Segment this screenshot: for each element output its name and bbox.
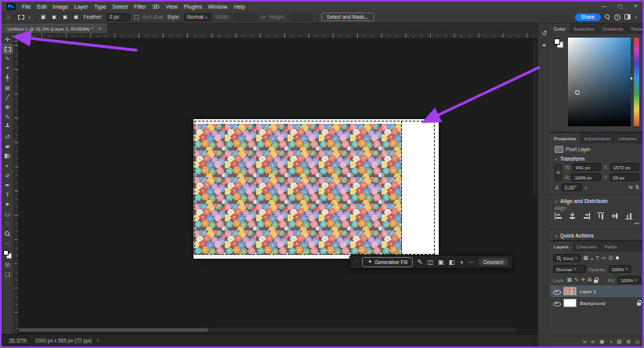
align-right-icon[interactable] — [583, 212, 590, 219]
transform-section-header[interactable]: ∨ Transform — [555, 156, 639, 161]
active-tool-icon[interactable] — [18, 15, 24, 20]
add-mask-icon[interactable]: ▣ — [438, 259, 444, 266]
align-bottom-icon[interactable] — [625, 212, 632, 219]
comments-icon[interactable]: ❝ — [542, 43, 545, 50]
y-input[interactable]: 29 px — [610, 173, 639, 181]
drag-handle-icon[interactable]: ∷ — [355, 259, 357, 265]
layer-name[interactable]: Background — [580, 300, 606, 306]
tab-patterns[interactable]: Patterns — [627, 24, 644, 34]
share-button[interactable]: Share — [575, 13, 601, 21]
eraser-tool[interactable]: ▰ — [2, 141, 13, 150]
filter-toggle-icon[interactable] — [616, 256, 619, 259]
add-layer-mask-icon[interactable]: ▣ — [599, 339, 604, 345]
layer-name[interactable]: Layer 1 — [580, 288, 596, 294]
horizontal-scrollbar[interactable] — [16, 328, 517, 332]
foreground-background-colors[interactable] — [3, 250, 12, 259]
color-picker-cursor[interactable] — [575, 90, 580, 95]
status-chevron-icon[interactable]: › — [97, 338, 99, 343]
new-group-icon[interactable]: ▤ — [617, 339, 621, 345]
pixel-filter-icon[interactable]: ▦ — [583, 255, 588, 261]
menu-edit[interactable]: Edit — [37, 4, 46, 9]
zoom-level-input[interactable]: 31.37% — [6, 337, 30, 345]
link-dimensions-icon[interactable]: ∞ — [555, 164, 562, 181]
menu-layer[interactable]: Layer — [74, 4, 89, 9]
layer-thumbnail[interactable] — [563, 299, 577, 307]
eyedropper-tool[interactable]: ╱ — [2, 92, 13, 102]
horizontal-scrollbar-thumb[interactable] — [17, 328, 208, 332]
kind-filter-select[interactable]: Kind∨ — [553, 254, 581, 262]
workspace-chevron-icon[interactable]: ∨ — [635, 15, 638, 20]
layer-row-background[interactable]: Background — [550, 297, 644, 309]
style-select[interactable]: Normal ∨ — [184, 13, 212, 21]
align-top-icon[interactable] — [597, 212, 604, 219]
workspace-icon[interactable] — [624, 14, 631, 20]
layer-row-layer-1[interactable]: Layer 1 — [550, 285, 644, 297]
healing-brush-tool[interactable]: ⊕ — [2, 103, 13, 112]
fill-input[interactable]: 100% ∨ — [617, 276, 641, 284]
menu-plugins[interactable]: Plugins — [184, 4, 202, 9]
shape-filter-icon[interactable]: ▭ — [602, 255, 606, 261]
brush-tool[interactable]: ✎ — [2, 112, 13, 121]
menu-filter[interactable]: Filter — [134, 4, 147, 9]
search-icon[interactable] — [605, 14, 610, 20]
layer-thumbnail[interactable] — [563, 287, 577, 295]
new-selection-button[interactable] — [40, 13, 47, 20]
help-icon[interactable]: ? — [614, 14, 620, 20]
hand-tool[interactable]: ☞ — [2, 219, 13, 228]
crop-tool[interactable]: ╃ — [2, 74, 13, 83]
menu-file[interactable]: File — [22, 4, 31, 9]
height-input[interactable] — [289, 13, 313, 21]
tab-color[interactable]: Color — [550, 24, 570, 34]
selection-options-icon[interactable]: ◫ — [428, 259, 434, 266]
tab-libraries[interactable]: Libraries — [614, 133, 641, 143]
subtract-from-selection-button[interactable] — [62, 13, 69, 20]
rectangle-tool[interactable]: ▭ — [2, 209, 13, 219]
tab-adjustments[interactable]: Adjustments — [580, 133, 614, 143]
tab-channels[interactable]: Channels — [573, 241, 601, 252]
tab-properties[interactable]: Properties — [550, 133, 580, 143]
close-tab-icon[interactable]: ✕ — [98, 26, 102, 31]
add-to-selection-button[interactable] — [51, 13, 58, 20]
history-brush-tool[interactable]: ↺ — [2, 132, 13, 141]
lock-transparency-icon[interactable]: ▦ — [567, 277, 572, 283]
type-tool[interactable]: T — [2, 190, 13, 199]
align-more-icon[interactable]: ••• — [555, 220, 639, 226]
history-icon[interactable]: ↺ — [541, 30, 547, 37]
menu-window[interactable]: Window — [208, 4, 228, 9]
more-options-icon[interactable]: ⋯ — [468, 259, 474, 266]
deselect-button[interactable]: Deselect — [479, 258, 508, 266]
smart-object-filter-icon[interactable]: ⊡ — [609, 255, 613, 261]
align-center-horizontal-icon[interactable] — [569, 212, 576, 219]
document-canvas[interactable] — [194, 119, 439, 259]
menu-help[interactable]: Help — [233, 4, 244, 9]
tab-paths[interactable]: Paths — [601, 241, 621, 252]
opacity-input[interactable]: 100% ∨ — [609, 265, 632, 273]
fill-selection-icon[interactable]: ◧ — [449, 259, 455, 266]
minimize-icon[interactable]: — — [602, 3, 607, 9]
tab-layers[interactable]: Layers — [550, 241, 573, 252]
align-section-header[interactable]: ∨ Align and Distribute — [555, 198, 639, 204]
lock-artboard-icon[interactable]: ⊞ — [588, 277, 592, 283]
select-and-mask-button[interactable]: Select and Mask... — [321, 13, 374, 21]
tab-gradients[interactable]: Gradients — [599, 24, 628, 34]
pen-tool[interactable]: ✒ — [2, 180, 13, 190]
tab-swatches[interactable]: Swatches — [570, 24, 599, 34]
foreground-background-colors[interactable] — [554, 38, 563, 48]
chevron-down-icon[interactable]: ∨ — [584, 185, 588, 190]
antialias-checkbox[interactable] — [134, 15, 139, 20]
menu-select[interactable]: Select — [113, 4, 128, 9]
adjustment-filter-icon[interactable]: ◒ — [591, 256, 594, 261]
generative-fill-button[interactable]: ✦ Generative Fill — [362, 257, 412, 267]
object-selection-tool[interactable]: ⌖ — [2, 63, 13, 73]
blur-tool[interactable]: ◐ — [2, 161, 13, 170]
visibility-eye-icon[interactable] — [553, 288, 560, 295]
edit-toolbar-button[interactable]: ⋯ — [2, 238, 13, 248]
tool-preset-chevron-icon[interactable]: ∨ — [28, 15, 31, 20]
layer-effects-icon[interactable]: fx — [592, 339, 595, 344]
color-picker-field[interactable] — [568, 38, 631, 126]
visibility-eye-icon[interactable] — [553, 300, 560, 306]
path-selection-tool[interactable]: ➤ — [2, 200, 13, 209]
flip-horizontal-icon[interactable]: ⇆ — [628, 184, 632, 190]
home-icon[interactable]: ⌂ — [6, 14, 9, 20]
height-input[interactable]: 1089 px — [571, 173, 600, 181]
